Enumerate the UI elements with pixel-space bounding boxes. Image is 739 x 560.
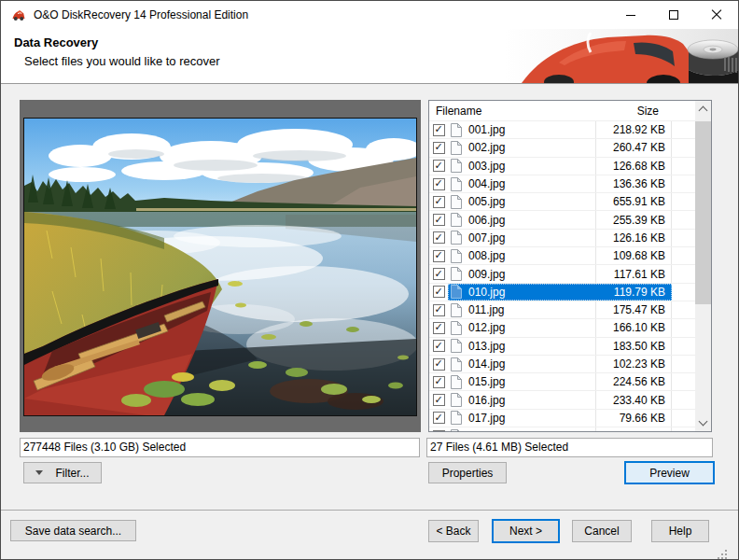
file-icon	[451, 429, 462, 431]
filename-text: 010.jpg	[468, 286, 602, 299]
scroll-down-button[interactable]	[695, 415, 711, 431]
close-button[interactable]	[695, 1, 738, 29]
wizard-header: Data Recovery Select files you would lik…	[1, 29, 738, 84]
back-button[interactable]: < Back	[428, 520, 479, 542]
row-checkbox[interactable]: ✓	[433, 196, 445, 208]
filesize-text: 175.47 KB	[602, 303, 672, 316]
filename-text: 013.jpg	[468, 340, 602, 353]
file-row[interactable]: ✓ 007.jpg 126.16 KB	[429, 230, 695, 247]
row-checkbox[interactable]: ✓	[433, 178, 445, 190]
maximize-icon	[669, 10, 678, 20]
save-data-search-button[interactable]: Save data search...	[10, 520, 136, 541]
check-icon: ✓	[434, 287, 442, 297]
file-row[interactable]: ✓ 010.jpg 119.79 KB	[429, 284, 695, 301]
file-icon	[451, 285, 462, 299]
filesize-text: 183.50 KB	[602, 340, 672, 353]
file-icon	[451, 339, 462, 353]
check-icon: ✓	[434, 341, 442, 351]
check-icon: ✓	[434, 161, 442, 171]
file-row[interactable]: ✓ 004.jpg 136.36 KB	[429, 175, 695, 193]
file-row[interactable]: ✓ 016.jpg 233.40 KB	[429, 391, 695, 409]
row-checkbox[interactable]: ✓	[433, 340, 445, 352]
file-icon	[451, 303, 462, 317]
row-checkbox[interactable]: ✓	[433, 322, 445, 334]
row-checkbox[interactable]: ✓	[433, 231, 445, 244]
filesize-text: 109.68 KB	[602, 249, 672, 262]
filesize-text: 166.10 KB	[602, 321, 672, 334]
preview-pane	[20, 100, 421, 432]
check-icon: ✓	[434, 196, 442, 206]
properties-button[interactable]: Properties	[428, 462, 507, 483]
file-row[interactable]: ✓	[429, 427, 695, 431]
row-checkbox[interactable]: ✓	[433, 142, 445, 154]
filename-text: 001.jpg	[468, 123, 602, 136]
row-checkbox[interactable]: ✓	[433, 376, 445, 388]
row-checkbox[interactable]: ✓	[433, 214, 445, 226]
app-icon	[11, 7, 26, 22]
filename-text: 004.jpg	[468, 177, 602, 190]
row-checkbox[interactable]: ✓	[433, 268, 445, 280]
filesize-text: 655.91 KB	[602, 195, 672, 208]
row-checkbox[interactable]: ✓	[433, 250, 445, 262]
row-checkbox[interactable]: ✓	[433, 124, 445, 136]
filesize-text: 218.92 KB	[602, 123, 672, 136]
column-header-size[interactable]: Size	[595, 105, 665, 118]
file-icon	[451, 267, 462, 281]
list-scrollbar[interactable]	[695, 101, 711, 431]
titlebar: O&O DiskRecovery 14 Professional Edition	[1, 1, 738, 29]
file-row[interactable]: ✓ 012.jpg 166.10 KB	[429, 319, 695, 337]
file-row[interactable]: ✓ 001.jpg 218.92 KB	[429, 121, 695, 139]
resize-grip-icon[interactable]	[725, 550, 727, 552]
column-header-filename[interactable]: Filename	[436, 105, 481, 118]
filesize-text: 126.16 KB	[602, 231, 672, 245]
file-row[interactable]: ✓ 015.jpg 224.56 KB	[429, 373, 695, 391]
page-subtitle: Select files you would like to recover	[24, 54, 220, 68]
row-checkbox[interactable]: ✓	[433, 358, 445, 371]
help-button[interactable]: Help	[651, 520, 709, 542]
scroll-up-button[interactable]	[695, 101, 711, 117]
file-row[interactable]: ✓ 011.jpg 175.47 KB	[429, 301, 695, 319]
chevron-down-icon	[699, 417, 708, 427]
row-checkbox[interactable]: ✓	[433, 286, 445, 298]
file-row[interactable]: ✓ 006.jpg 255.39 KB	[429, 211, 695, 229]
minimize-button[interactable]	[609, 1, 652, 29]
row-checkbox[interactable]: ✓	[433, 430, 445, 431]
file-icon	[451, 141, 462, 155]
cancel-button[interactable]: Cancel	[572, 520, 632, 542]
caption-buttons	[609, 1, 738, 29]
filesize-text: 224.56 KB	[602, 375, 672, 388]
preview-button[interactable]: Preview	[624, 461, 715, 484]
file-row[interactable]: ✓ 013.jpg 183.50 KB	[429, 338, 695, 356]
filesize-text: 136.36 KB	[602, 177, 672, 190]
filename-text: 002.jpg	[468, 141, 602, 154]
filename-text: 005.jpg	[468, 195, 602, 208]
minimize-icon	[626, 15, 635, 16]
page-title: Data Recovery	[14, 35, 98, 49]
scrollbar-thumb[interactable]	[695, 121, 711, 304]
maximize-button[interactable]	[652, 1, 695, 29]
row-checkbox[interactable]: ✓	[433, 412, 445, 424]
file-row[interactable]: ✓ 005.jpg 655.91 KB	[429, 193, 695, 211]
next-button[interactable]: Next >	[492, 519, 560, 543]
file-row[interactable]: ✓ 002.jpg 260.47 KB	[429, 139, 695, 157]
file-row[interactable]: ✓ 014.jpg 102.23 KB	[429, 356, 695, 373]
row-checkbox[interactable]: ✓	[433, 160, 445, 172]
file-row[interactable]: ✓ 003.jpg 126.68 KB	[429, 158, 695, 175]
file-icon	[451, 123, 462, 137]
file-row[interactable]: ✓ 017.jpg 79.66 KB	[429, 410, 695, 427]
file-icon	[451, 375, 462, 389]
check-icon: ✓	[434, 215, 442, 225]
file-icon	[451, 393, 462, 407]
file-row[interactable]: ✓ 008.jpg 109.68 KB	[429, 247, 695, 265]
filename-text: 015.jpg	[468, 375, 602, 388]
file-rows: ✓ 001.jpg 218.92 KB ✓ 002.jpg 260.47 KB …	[429, 121, 695, 431]
filename-text: 006.jpg	[468, 214, 602, 227]
window-title: O&O DiskRecovery 14 Professional Edition	[34, 8, 248, 21]
row-checkbox[interactable]: ✓	[433, 304, 445, 316]
file-row[interactable]: ✓ 009.jpg 117.61 KB	[429, 265, 695, 283]
bottom-divider	[1, 510, 738, 511]
filter-button[interactable]: Filter...	[23, 462, 102, 483]
row-checkbox[interactable]: ✓	[433, 394, 445, 406]
filesize-text: 255.39 KB	[602, 214, 672, 227]
filter-label: Filter...	[55, 467, 89, 480]
